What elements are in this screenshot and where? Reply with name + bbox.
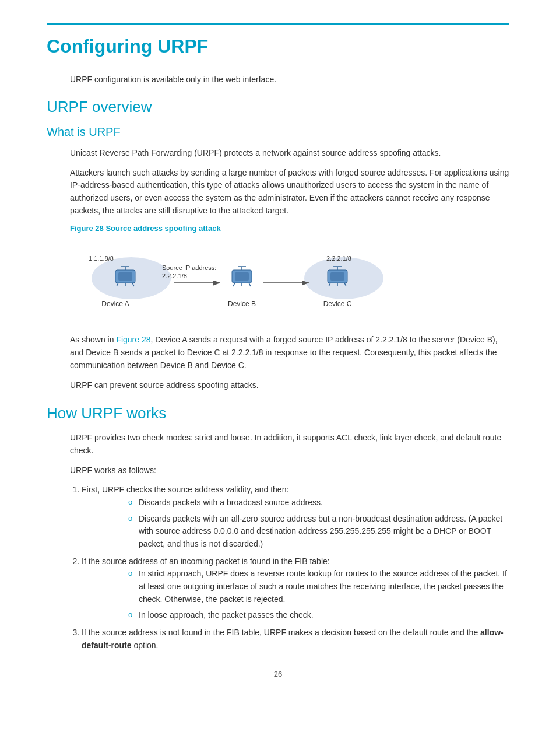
what-is-urpf-para3: As shown in Figure 28, Device A sends a … — [70, 334, 509, 372]
list-item-2-bullets: In strict approach, URPF does a reverse … — [128, 568, 509, 622]
bullet-2-2: In loose approach, the packet passes the… — [128, 609, 509, 622]
device-c-ip-label: 2.2.2.1/8 — [326, 255, 351, 262]
list-item-2-text: If the source address of an incoming pac… — [82, 556, 330, 566]
page: Configuring URPF URPF configuration is a… — [0, 0, 556, 756]
section-how-urpf-works: How URPF works — [47, 404, 509, 422]
page-title: Configuring URPF — [47, 36, 509, 57]
bullet-1-2: Discards packets with an all-zero source… — [128, 513, 509, 551]
device-b-label: Device B — [228, 300, 256, 308]
what-is-urpf-para2: Attackers launch such attacks by sending… — [70, 167, 509, 218]
list-item-1-text: First, URPF checks the source address va… — [82, 485, 288, 494]
svg-line-15 — [249, 283, 251, 286]
list-item-3-text: If the source address is not found in th… — [82, 628, 504, 650]
how-urpf-para1: URPF provides two check modes: strict an… — [70, 432, 509, 457]
section-urpf-overview: URPF overview — [47, 98, 509, 116]
bullet-2-1: In strict approach, URPF does a reverse … — [128, 568, 509, 606]
svg-rect-2 — [118, 272, 132, 281]
figure-caption: Figure 28 Source address spoofing attack — [70, 224, 509, 233]
svg-line-14 — [233, 283, 235, 286]
what-is-urpf-para4: URPF can prevent source address spoofing… — [70, 379, 509, 392]
device-c-label: Device C — [323, 300, 352, 308]
allow-default-route-bold: allow-default-route — [82, 628, 504, 650]
list-item-3: If the source address is not found in th… — [82, 626, 509, 652]
device-b-icon — [232, 267, 252, 286]
page-number: 26 — [47, 670, 509, 678]
bullet-1-1: Discards packets with a broadcast source… — [128, 496, 509, 509]
how-urpf-para2: URPF works as follows: — [70, 464, 509, 477]
subsection-what-is-urpf: What is URPF — [47, 125, 509, 139]
source-ip-value: 2.2.2.1/8 — [162, 272, 187, 279]
list-item-1: First, URPF checks the source address va… — [82, 484, 509, 550]
list-item-1-bullets: Discards packets with a broadcast source… — [128, 496, 509, 551]
urpf-works-list: First, URPF checks the source address va… — [82, 484, 509, 652]
para3-prefix: As shown in — [70, 335, 116, 344]
top-border — [47, 23, 509, 25]
source-ip-label: Source IP address: — [162, 264, 216, 271]
device-a-label: Device A — [101, 300, 129, 308]
list-item-2: If the source address of an incoming pac… — [82, 555, 509, 622]
figure-28: 1.1.1.8/8 Device A Source IP address: 2.… — [70, 240, 431, 323]
svg-rect-10 — [235, 272, 249, 281]
what-is-urpf-para1: Unicast Reverse Path Forwarding (URPF) p… — [70, 147, 509, 160]
network-diagram-svg: 1.1.1.8/8 Device A Source IP address: 2.… — [76, 248, 414, 312]
figure-28-link[interactable]: Figure 28 — [116, 335, 150, 344]
device-a-ip-label: 1.1.1.8/8 — [89, 255, 114, 262]
intro-text: URPF configuration is available only in … — [70, 75, 509, 84]
svg-rect-18 — [330, 272, 344, 281]
